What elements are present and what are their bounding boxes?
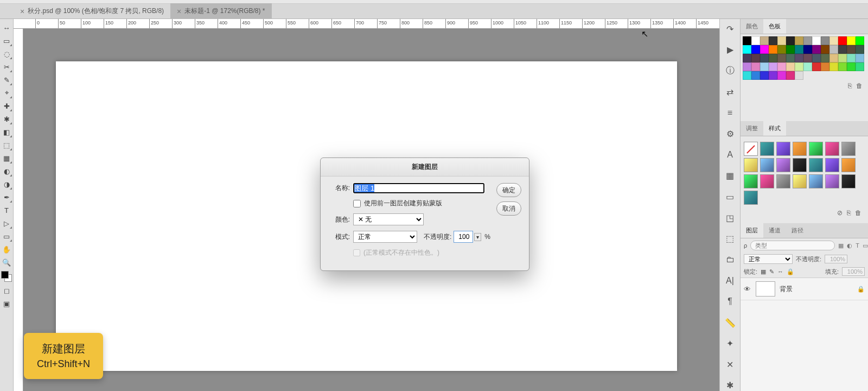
style-preset[interactable]	[776, 174, 790, 188]
clip-mask-checkbox[interactable]	[353, 200, 361, 207]
style-preset[interactable]	[793, 142, 807, 156]
hand-tool[interactable]: ✋	[1, 243, 12, 255]
swatch[interactable]	[743, 62, 751, 71]
style-preset[interactable]	[809, 142, 823, 156]
type-tool[interactable]: T	[1, 204, 12, 216]
measure-icon[interactable]: 📏	[724, 317, 737, 329]
swatch[interactable]	[743, 45, 751, 54]
style-preset[interactable]	[825, 142, 839, 156]
marquee-tool[interactable]: ▭	[1, 35, 12, 47]
swatch[interactable]	[803, 45, 812, 54]
swatch[interactable]	[856, 45, 864, 54]
opacity-value[interactable]: 100%	[825, 255, 847, 263]
brush-tool[interactable]: ✚	[1, 100, 12, 112]
filter-shape-icon[interactable]: ▭	[863, 242, 868, 249]
swatch[interactable]	[777, 71, 786, 80]
layer-thumbnail[interactable]	[756, 281, 775, 297]
info-icon[interactable]: ⓘ	[724, 65, 737, 77]
scissors-icon[interactable]: ✕	[724, 359, 737, 370]
swatch[interactable]	[777, 54, 786, 62]
star-icon[interactable]: ✱	[724, 380, 737, 392]
swatch[interactable]	[795, 54, 803, 62]
swatch[interactable]	[838, 62, 847, 71]
style-preset[interactable]	[744, 174, 758, 188]
filter-adjust-icon[interactable]: ◐	[847, 242, 852, 249]
tab-adjust[interactable]: 调整	[741, 121, 763, 136]
style-preset[interactable]	[744, 191, 758, 205]
swatch[interactable]	[760, 36, 769, 45]
swatch[interactable]	[760, 45, 769, 54]
doc-tab-1[interactable]: × 秋分.psd @ 100% (色相/饱和度 7 拷贝, RGB/8)	[14, 3, 170, 19]
trash-icon[interactable]: 🗑	[855, 209, 861, 217]
swatch[interactable]	[777, 62, 786, 71]
swatch[interactable]	[812, 54, 821, 62]
swatch[interactable]	[847, 36, 856, 45]
eraser-tool[interactable]: ⬚	[1, 139, 12, 151]
doc-tab-2[interactable]: × 未标题-1 @ 172%(RGB/8) *	[170, 3, 271, 19]
select-icon[interactable]: ⬚	[724, 233, 737, 244]
swatch[interactable]	[821, 62, 829, 71]
history-icon[interactable]: ↷	[724, 23, 737, 35]
transform-icon[interactable]: ⇄	[724, 86, 737, 98]
shape-tool[interactable]: ▭	[1, 230, 12, 242]
style-preset[interactable]	[776, 142, 790, 156]
style-preset[interactable]	[841, 174, 856, 188]
style-preset[interactable]	[841, 158, 856, 172]
swatch[interactable]	[821, 45, 829, 54]
path-select-tool[interactable]: ▷	[1, 217, 12, 229]
swatch[interactable]	[769, 71, 777, 80]
actions-icon[interactable]: ▶	[724, 45, 737, 56]
align-icon[interactable]: ≡	[724, 108, 737, 119]
tab-layers[interactable]: 图层	[741, 223, 763, 238]
swatch[interactable]	[769, 62, 777, 71]
swatch[interactable]	[760, 62, 769, 71]
zoom-tool[interactable]: 🔍	[1, 256, 12, 268]
swatch[interactable]	[856, 54, 864, 62]
swatch[interactable]	[812, 62, 821, 71]
swatch[interactable]	[743, 71, 751, 80]
swatch[interactable]	[856, 36, 864, 45]
trash-icon[interactable]: 🗑	[856, 82, 863, 90]
dodge-tool[interactable]: ◑	[1, 178, 12, 190]
swatch[interactable]	[751, 36, 760, 45]
tab-paths[interactable]: 路径	[786, 223, 809, 238]
swatch[interactable]	[795, 36, 803, 45]
swatch[interactable]	[786, 45, 795, 54]
style-preset[interactable]	[825, 174, 839, 188]
swatch[interactable]	[838, 36, 847, 45]
layer-item[interactable]: 👁 背景 🔒	[741, 278, 868, 300]
swatch[interactable]	[812, 36, 821, 45]
swatch[interactable]	[821, 54, 829, 62]
style-preset[interactable]	[776, 158, 790, 172]
cube-icon[interactable]: ◳	[724, 212, 737, 224]
center-icon[interactable]: ✦	[724, 338, 737, 349]
swatch[interactable]	[812, 45, 821, 54]
style-preset[interactable]	[841, 142, 856, 156]
swatch[interactable]	[829, 36, 838, 45]
style-preset[interactable]	[825, 158, 839, 172]
para-icon[interactable]: ¶	[724, 296, 737, 307]
folder-icon[interactable]: 🗀	[724, 254, 737, 266]
tab-channels[interactable]: 通道	[763, 223, 786, 238]
swatch[interactable]	[786, 54, 795, 62]
lock-pixel-icon[interactable]: ✎	[769, 268, 774, 275]
lock-position-icon[interactable]: ↔	[777, 268, 783, 275]
pen-tool[interactable]: ✒	[1, 191, 12, 203]
screen-mode[interactable]: ▣	[1, 298, 12, 310]
grid-icon[interactable]: ▦	[724, 171, 737, 182]
tab-styles[interactable]: 样式	[763, 121, 786, 136]
swatch[interactable]	[821, 36, 829, 45]
swatch[interactable]	[751, 54, 760, 62]
stamp-tool[interactable]: ✱	[1, 113, 12, 125]
filter-pixel-icon[interactable]: ▦	[838, 242, 844, 249]
eyedropper-tool[interactable]: ✎	[1, 74, 12, 86]
quickmask-toggle[interactable]: ◻	[1, 285, 12, 297]
mode-select[interactable]: 正常	[353, 231, 417, 243]
swatch[interactable]	[829, 54, 838, 62]
move-tool[interactable]: ↔	[1, 22, 12, 34]
style-preset[interactable]	[809, 158, 823, 172]
history-brush-tool[interactable]: ◧	[1, 126, 12, 138]
style-preset[interactable]	[744, 158, 758, 172]
crop-tool[interactable]: ✂	[1, 61, 12, 73]
style-preset[interactable]	[793, 158, 807, 172]
